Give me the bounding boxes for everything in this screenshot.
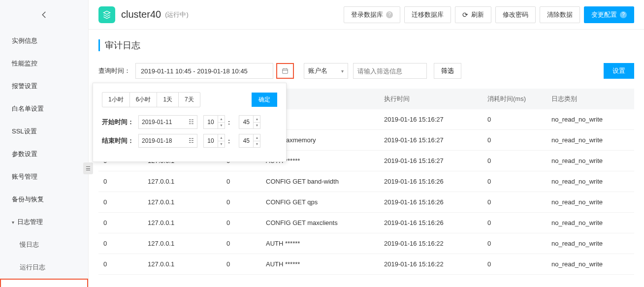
sidebar-item-run-log[interactable]: 运行日志 — [0, 256, 88, 279]
change-password-button[interactable]: 修改密码 — [495, 6, 536, 23]
cell-type: no_read_no_write — [547, 109, 634, 130]
cell-time: 2019-01-16 15:16:27 — [379, 109, 483, 130]
cell-ms: 0 — [483, 192, 547, 213]
start-minute-spinner[interactable]: 45▲▼ — [239, 115, 260, 129]
end-date-input[interactable]: 2019-01-18☷ — [138, 134, 197, 148]
back-button[interactable] — [0, 0, 88, 30]
filter-bar: 查询时间： 2019-01-11 10:45 - 2019-01-18 10:4… — [98, 63, 634, 79]
change-config-button[interactable]: 变更配置? — [584, 6, 634, 23]
cell-db: 0 — [98, 171, 143, 192]
chevron-up-icon[interactable]: ▲ — [218, 134, 225, 141]
account-select[interactable]: 账户名▾ — [304, 63, 348, 79]
chevron-down-icon[interactable]: ▼ — [254, 141, 260, 148]
cell-ms: 0 — [483, 254, 547, 275]
cell-cmd: AUTH ****** — [261, 254, 379, 275]
cell-ip: 127.0.0.1 — [143, 192, 222, 213]
help-icon: ? — [620, 11, 627, 18]
sidebar-item-log-mgmt[interactable]: 日志管理 — [0, 211, 88, 233]
start-date-input[interactable]: 2019-01-11☷ — [138, 115, 197, 129]
table-row: 0127.0.0.10CONFIG GET band-width2019-01-… — [98, 171, 634, 192]
sidebar: 实例信息 性能监控 报警设置 白名单设置 SSL设置 参数设置 账号管理 备份与… — [0, 0, 89, 287]
cell-type: no_read_no_write — [547, 192, 634, 213]
filter-button[interactable]: 筛选 — [434, 63, 461, 79]
cell-db: 0 — [98, 233, 143, 254]
date-range-input[interactable]: 2019-01-11 10:45 - 2019-01-18 10:45 — [135, 63, 273, 79]
migrate-db-button[interactable]: 迁移数据库 — [404, 6, 451, 23]
filter-input[interactable] — [353, 63, 427, 79]
cell-type: no_read_no_write — [547, 130, 634, 151]
preset-1h[interactable]: 1小时 — [102, 93, 130, 107]
query-time-label: 查询时间： — [98, 66, 130, 75]
refresh-icon: ⟳ — [462, 11, 468, 19]
end-hour-spinner[interactable]: 10▲▼ — [203, 134, 225, 148]
calendar-button[interactable] — [276, 63, 294, 79]
col-log-type: 日志类别 — [547, 89, 634, 109]
cell-cmd: CONFIG GET qps — [261, 192, 379, 213]
cell-time: 2019-01-16 15:16:26 — [379, 213, 483, 233]
login-db-button[interactable]: 登录数据库? — [344, 6, 400, 23]
preset-7d[interactable]: 7天 — [179, 93, 200, 107]
cell-ms: 0 — [483, 171, 547, 192]
cell-acc: 0 — [222, 171, 261, 192]
cell-db: 0 — [98, 192, 143, 213]
table-row: 0127.0.0.10AUTH ******2019-01-16 15:16:2… — [98, 254, 634, 275]
sidebar-item-alarm[interactable]: 报警设置 — [0, 75, 88, 97]
cell-acc: 0 — [222, 192, 261, 213]
cluster-status: (运行中) — [165, 10, 189, 19]
cell-type: no_read_no_write — [547, 151, 634, 171]
start-hour-spinner[interactable]: 10▲▼ — [203, 115, 225, 129]
cell-time: 2019-01-16 15:16:27 — [379, 151, 483, 171]
chevron-up-icon[interactable]: ▲ — [254, 134, 260, 141]
sidebar-item-audit-log[interactable]: 审计日志 — [0, 279, 88, 287]
sidebar-item-instance-info[interactable]: 实例信息 — [0, 30, 88, 52]
sidebar-item-params[interactable]: 参数设置 — [0, 143, 88, 165]
cell-type: no_read_no_write — [547, 171, 634, 192]
cell-time: 2019-01-16 15:16:22 — [379, 233, 483, 254]
cell-type: no_read_no_write — [547, 233, 634, 254]
chevron-down-icon[interactable]: ▼ — [218, 123, 225, 129]
end-minute-spinner[interactable]: 45▲▼ — [239, 134, 260, 148]
chevron-down-icon[interactable]: ▼ — [254, 123, 260, 129]
chevron-up-icon[interactable]: ▲ — [218, 116, 225, 123]
table-row: 0127.0.0.10CONFIG GET qps2019-01-16 15:1… — [98, 192, 634, 213]
cluster-title: cluster40 — [121, 9, 161, 20]
cell-ms: 0 — [483, 151, 547, 171]
calendar-icon: ☷ — [189, 137, 194, 144]
cell-type: no_read_no_write — [547, 254, 634, 275]
clear-data-button[interactable]: 清除数据 — [540, 6, 580, 23]
table-row: 0127.0.0.10AUTH ******2019-01-16 15:16:2… — [98, 233, 634, 254]
sidebar-item-performance[interactable]: 性能监控 — [0, 52, 88, 75]
cell-ip: 127.0.0.1 — [143, 213, 222, 233]
cell-ms: 0 — [483, 213, 547, 233]
preset-6h[interactable]: 6小时 — [130, 93, 158, 107]
preset-tabs: 1小时 6小时 1天 7天 — [102, 92, 200, 107]
cell-ip: 127.0.0.1 — [143, 233, 222, 254]
confirm-button[interactable]: 确定 — [252, 93, 277, 107]
help-icon: ? — [386, 11, 393, 18]
page-title: 审计日志 — [98, 39, 634, 51]
cell-time: 2019-01-16 15:16:27 — [379, 130, 483, 151]
svg-rect-0 — [283, 69, 288, 73]
cell-time: 2019-01-16 15:16:26 — [379, 192, 483, 213]
sidebar-item-whitelist[interactable]: 白名单设置 — [0, 97, 88, 120]
sidebar-item-account[interactable]: 账号管理 — [0, 165, 88, 188]
preset-1d[interactable]: 1天 — [157, 93, 179, 107]
start-time-label: 开始时间： — [102, 118, 138, 127]
sidebar-item-ssl[interactable]: SSL设置 — [0, 120, 88, 143]
chevron-down-icon[interactable]: ▼ — [218, 141, 225, 148]
col-elapsed: 消耗时间(ms) — [483, 89, 547, 109]
date-range-popover: 1小时 6小时 1天 7天 确定 开始时间： 2019-01-11☷ 10▲▼ … — [93, 83, 287, 162]
cell-cmd: AUTH ****** — [261, 233, 379, 254]
cell-cmd: CONFIG GET maxclients — [261, 213, 379, 233]
cell-acc: 0 — [222, 254, 261, 275]
refresh-button[interactable]: ⟳刷新 — [455, 6, 491, 23]
sidebar-item-backup[interactable]: 备份与恢复 — [0, 188, 88, 211]
cell-ip: 127.0.0.1 — [143, 254, 222, 275]
sidebar-item-slow-log[interactable]: 慢日志 — [0, 233, 88, 256]
header: cluster40 (运行中) 登录数据库? 迁移数据库 ⟳刷新 修改密码 清除… — [89, 0, 644, 30]
chevron-down-icon: ▾ — [341, 68, 344, 74]
settings-button[interactable]: 设置 — [604, 63, 634, 79]
cell-ms: 0 — [483, 130, 547, 151]
table-row: 0127.0.0.10CONFIG GET maxclients2019-01-… — [98, 213, 634, 233]
chevron-up-icon[interactable]: ▲ — [254, 116, 260, 123]
